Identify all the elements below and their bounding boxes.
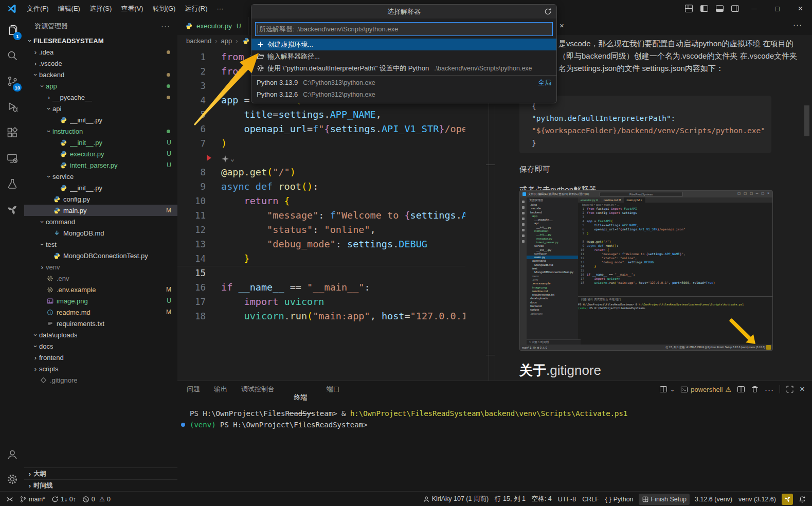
extension-gold-icon[interactable]: [782, 494, 793, 505]
terminal-output[interactable]: PS H:\OwnProject\FilesReadSysteam> & h:\…: [190, 408, 627, 430]
code-line-15[interactable]: 15: [177, 266, 465, 280]
maximize-button[interactable]: □: [766, 0, 789, 17]
terminal-instance-powershell[interactable]: powershell ⚠: [680, 386, 731, 393]
tree-item-.env[interactable]: .env: [24, 273, 177, 284]
search-icon[interactable]: [0, 43, 24, 68]
launch-profile-icon[interactable]: [659, 385, 667, 393]
code-line-17[interactable]: 17 import uvicorn: [177, 295, 465, 309]
settings-gear-icon[interactable]: [0, 467, 24, 491]
quickpick-item-1[interactable]: 创建虚拟环境...: [251, 39, 556, 50]
tab-executor-py[interactable]: executor.py U: [177, 17, 249, 35]
tree-item-__pycache__[interactable]: ›__pycache__: [24, 92, 177, 103]
tree-item-service[interactable]: ›service: [24, 171, 177, 182]
finish-setup-item[interactable]: Finish Setup: [639, 494, 690, 505]
remote-explorer-icon[interactable]: [0, 146, 24, 171]
notifications-bell-icon[interactable]: [796, 494, 809, 505]
tree-item-scripts[interactable]: ›scripts: [24, 363, 177, 374]
tree-item-MongoDB.md[interactable]: MongoDB.md: [24, 227, 177, 239]
code-line-7[interactable]: 7): [177, 136, 465, 151]
quickpick-item-4[interactable]: Python 3.13.9C:\Python313\python.exe全局: [251, 77, 556, 88]
encoding-item[interactable]: UTF-8: [555, 494, 579, 505]
tree-item-instruction[interactable]: ›instruction: [24, 125, 177, 137]
sidebar-section-时间线[interactable]: ›时间线: [24, 479, 177, 491]
tab-close-icon[interactable]: ×: [560, 21, 564, 30]
code-line-13[interactable]: 13 "debug_mode": settings.DEBUG: [177, 237, 465, 251]
venv-item[interactable]: venv (3.12.6): [735, 494, 779, 505]
launch-profile-chevron-icon[interactable]: ⌄: [670, 386, 675, 393]
quickpick-meta[interactable]: 全局: [538, 78, 551, 87]
toggle-sidebar-icon[interactable]: [696, 2, 712, 15]
tree-item-frontend[interactable]: ›frontend: [24, 352, 177, 363]
tree-item-api[interactable]: ›api: [24, 103, 177, 114]
menu-文件(F)[interactable]: 文件(F): [22, 3, 53, 14]
explorer-icon[interactable]: 1: [0, 17, 24, 43]
tree-item-venv[interactable]: ›venv: [24, 261, 177, 273]
code-line-8[interactable]: 8@app.get("/"): [177, 165, 465, 179]
tree-item-.env.example[interactable]: .env.exampleM: [24, 284, 177, 295]
split-terminal-icon[interactable]: [737, 385, 745, 393]
tree-item-requirements.txt[interactable]: requirements.txt: [24, 318, 177, 329]
tree-item-__init__.py[interactable]: __init__.py: [24, 114, 177, 125]
sidebar-more-icon[interactable]: ···: [161, 22, 170, 30]
close-button[interactable]: ×: [789, 0, 812, 17]
tree-item-intent_parser.py[interactable]: intent_parser.pyU: [24, 159, 177, 171]
git-sync-item[interactable]: 1↓ 0↑: [48, 494, 79, 505]
editor-actions-more-icon[interactable]: ···: [793, 20, 802, 29]
menu-编辑(E)[interactable]: 编辑(E): [53, 3, 85, 14]
toggle-panel-icon[interactable]: [712, 2, 727, 15]
python-version-item[interactable]: 3.12.6 (venv): [692, 494, 735, 505]
quickpick-item-3[interactable]: 使用 \"python.defaultInterpreterPath\" 设置中…: [251, 62, 556, 74]
tree-item-.vscode[interactable]: ›.vscode: [24, 58, 177, 69]
toggle-secondary-sidebar-icon[interactable]: [727, 2, 743, 15]
code-line-14[interactable]: 14 }: [177, 251, 465, 266]
tree-item-command[interactable]: ›command: [24, 216, 177, 227]
language-mode-item[interactable]: { }Python: [602, 494, 637, 505]
run-debug-icon[interactable]: [0, 94, 24, 120]
editor-scrollbar[interactable]: [489, 102, 489, 381]
kill-terminal-icon[interactable]: [751, 385, 759, 393]
tree-item-image.png[interactable]: image.pngU: [24, 295, 177, 306]
maximize-panel-icon[interactable]: [786, 385, 794, 393]
interpreter-input[interactable]: 所选解释器: .\backend\venv\Scripts\python.exe: [255, 22, 553, 36]
source-control-icon[interactable]: 10: [0, 68, 24, 94]
problems-item[interactable]: 0 ⚠ 0: [79, 494, 114, 505]
tree-item-MongoDBConnectionTest.py[interactable]: MongoDBConnectionTest.py: [24, 250, 177, 261]
tree-item-test[interactable]: ›test: [24, 239, 177, 250]
author-item[interactable]: KiriAky 107 (1 周前): [420, 494, 492, 505]
account-icon[interactable]: [0, 442, 24, 467]
code-line-12[interactable]: 12 "status": "online",: [177, 223, 465, 237]
customize-layout-icon[interactable]: [681, 2, 696, 15]
tree-item-__init__.py[interactable]: __init__.py: [24, 182, 177, 193]
extensions-icon[interactable]: [0, 120, 24, 146]
code-line-10[interactable]: 10 return {: [177, 194, 465, 208]
tree-item-config.py[interactable]: config.py: [24, 193, 177, 205]
preview-scrollbar[interactable]: [804, 105, 809, 136]
eol-item[interactable]: CRLF: [579, 494, 602, 505]
tree-item-data\uploads[interactable]: ›data\uploads: [24, 329, 177, 340]
tree-item-__init__.py[interactable]: __init__.pyU: [24, 137, 177, 148]
tree-item-app[interactable]: ›app: [24, 80, 177, 92]
tree-item-backend[interactable]: ›backend: [24, 69, 177, 80]
remote-indicator[interactable]: [3, 494, 16, 505]
tree-item-.idea[interactable]: ›.idea: [24, 46, 177, 58]
tree-root[interactable]: › FILESREADSYSTEAM: [24, 35, 177, 46]
sidebar-section-大纲[interactable]: ›大纲: [24, 467, 177, 479]
git-branch-item[interactable]: main*: [16, 494, 48, 505]
tree-item-.gitignore[interactable]: .gitignore: [24, 374, 177, 386]
tree-item-executor.py[interactable]: executor.pyU: [24, 148, 177, 159]
pinwheel-extension-icon[interactable]: [0, 197, 24, 223]
tree-item-docs[interactable]: ›docs: [24, 340, 177, 352]
code-line-18[interactable]: 18 uvicorn.run("main:app", host="127.0.0…: [177, 309, 465, 323]
testing-icon[interactable]: [0, 171, 24, 197]
code-line-11[interactable]: 11 "message": f"Welcome to {settings.APP…: [177, 208, 465, 223]
close-panel-icon[interactable]: ×: [800, 384, 805, 394]
quickpick-item-5[interactable]: Python 3.12.6C:\Python312\python.exe: [251, 88, 556, 100]
panel-more-icon[interactable]: ···: [765, 385, 774, 394]
code-line-16[interactable]: 16if __name__ == "__main__":: [177, 280, 465, 295]
copilot-sparkle-icon[interactable]: ⌄: [221, 152, 234, 166]
refresh-icon[interactable]: [544, 8, 552, 15]
menu-转到(G)[interactable]: 转到(G): [148, 3, 181, 14]
cursor-position-item[interactable]: 行 15, 列 1: [492, 494, 529, 505]
menu-查看(V)[interactable]: 查看(V): [116, 3, 148, 14]
code-line-9[interactable]: 9async def root():: [177, 179, 465, 194]
